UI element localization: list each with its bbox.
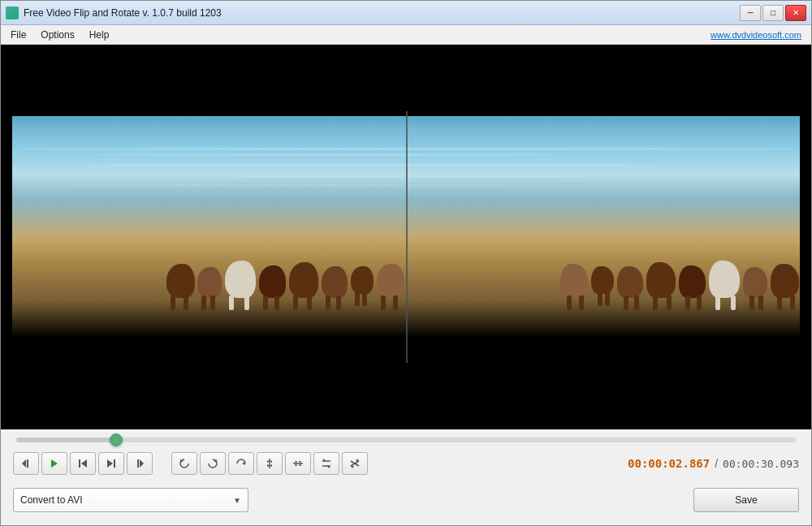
svg-marker-0 [22, 459, 26, 468]
play-icon [49, 458, 60, 469]
horse-3 [225, 261, 256, 298]
title-bar-left: Free Video Flip and Rotate v. 1.0.7 buil… [6, 6, 222, 19]
svg-marker-6 [107, 459, 113, 468]
website-link[interactable]: www.dvdvideosoft.com [710, 30, 808, 40]
video-scene [12, 111, 800, 363]
horse-2 [197, 267, 222, 298]
horse-r1 [771, 264, 799, 298]
step-forward-icon [106, 458, 117, 469]
svg-rect-5 [114, 459, 115, 468]
svg-marker-2 [51, 459, 58, 468]
wave-2 [91, 153, 564, 156]
controls-area: 00:00:02.867 / 00:00:30.093 Convert to A… [1, 429, 811, 525]
horses-left [12, 225, 406, 298]
svg-rect-3 [79, 459, 80, 468]
close-button[interactable]: ✕ [785, 5, 806, 21]
wave-5 [12, 184, 564, 187]
horse-r8 [560, 264, 588, 298]
rotate-180-icon [235, 458, 247, 469]
settings-transform-icon [349, 458, 361, 469]
save-button[interactable]: Save [693, 488, 799, 512]
minimize-button[interactable]: ─ [740, 5, 761, 21]
flip-v-icon [264, 458, 275, 469]
menu-options[interactable]: Options [34, 28, 80, 42]
svg-marker-7 [140, 459, 144, 468]
svg-marker-24 [322, 459, 326, 461]
horse-r4 [679, 265, 706, 298]
crop-button[interactable] [313, 452, 339, 475]
crop-icon [321, 458, 332, 469]
svg-marker-4 [81, 459, 87, 468]
flip-v-button[interactable] [257, 452, 283, 475]
playback-controls [13, 452, 368, 475]
next-frame-button[interactable] [127, 452, 153, 475]
rotate-cw-icon [207, 458, 218, 469]
flip-h-button[interactable] [285, 452, 311, 475]
svg-rect-8 [137, 459, 139, 468]
menu-help[interactable]: Help [83, 28, 116, 42]
svg-marker-25 [327, 466, 330, 468]
horse-r5 [646, 262, 676, 298]
center-divider [406, 111, 408, 363]
rotate-180-button[interactable] [228, 452, 254, 475]
play-button[interactable] [41, 452, 67, 475]
prev-frame-icon [20, 458, 32, 469]
svg-marker-11 [242, 462, 245, 465]
horses-right [406, 225, 800, 298]
svg-marker-29 [356, 459, 359, 461]
window-controls: ─ □ ✕ [740, 5, 806, 21]
step-forward-button[interactable] [98, 452, 124, 475]
video-frame [1, 45, 811, 429]
svg-rect-1 [27, 459, 28, 468]
horse-r3 [709, 261, 740, 298]
format-select[interactable]: Convert to AVI ▼ [13, 488, 248, 512]
time-separator: / [715, 457, 718, 470]
horse-r2 [743, 267, 767, 298]
time-display: 00:00:02.867 / 00:00:30.093 [628, 457, 799, 470]
playback-row: 00:00:02.867 / 00:00:30.093 [13, 452, 799, 475]
svg-marker-28 [351, 466, 354, 468]
prev-frame-button[interactable] [13, 452, 39, 475]
bottom-bar: Convert to AVI ▼ Save [13, 485, 799, 517]
time-total: 00:00:30.093 [723, 458, 799, 470]
title-bar: Free Video Flip and Rotate v. 1.0.7 buil… [1, 1, 811, 25]
time-current: 00:00:02.867 [628, 457, 710, 470]
rotate-ccw-button[interactable] [171, 452, 197, 475]
app-window: Free Video Flip and Rotate v. 1.0.7 buil… [0, 0, 812, 526]
horse-7 [351, 266, 374, 294]
menu-file[interactable]: File [4, 28, 32, 42]
maximize-button[interactable]: □ [762, 5, 784, 21]
menu-items: File Options Help [4, 28, 115, 42]
horse-1 [166, 264, 195, 298]
window-title: Free Video Flip and Rotate v. 1.0.7 buil… [24, 7, 222, 19]
format-select-arrow: ▼ [233, 496, 241, 505]
seek-bar[interactable] [16, 438, 796, 442]
transform-controls [171, 452, 368, 475]
rotate-cw-button[interactable] [200, 452, 226, 475]
step-back-icon [77, 458, 89, 469]
horse-6 [322, 266, 348, 298]
horse-r6 [617, 266, 643, 298]
settings-transform-button[interactable] [342, 452, 368, 475]
video-area [1, 45, 811, 429]
save-label: Save [735, 494, 757, 506]
rotate-ccw-icon [179, 458, 190, 469]
step-back-button[interactable] [70, 452, 96, 475]
seek-bar-container [13, 438, 799, 442]
horse-8 [377, 264, 404, 298]
seek-thumb[interactable] [110, 433, 123, 446]
horse-5 [289, 262, 318, 298]
horse-r7 [591, 266, 614, 294]
next-frame-icon [134, 458, 145, 469]
format-select-text: Convert to AVI [20, 494, 82, 506]
menu-bar: File Options Help www.dvdvideosoft.com [1, 25, 811, 45]
horse-4 [259, 265, 286, 298]
flip-h-icon [292, 458, 304, 469]
app-icon [6, 6, 19, 19]
wave-3 [52, 164, 682, 166]
